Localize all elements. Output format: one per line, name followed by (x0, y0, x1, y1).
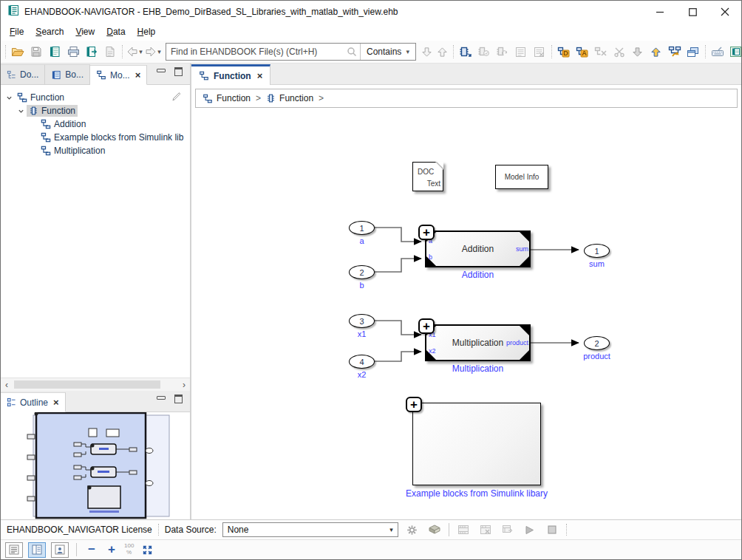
navigate-back-button[interactable]: ▾ (126, 43, 143, 61)
breadcrumb-item-function[interactable]: Function (266, 93, 313, 103)
navigate-forward-button[interactable]: ▾ (144, 43, 162, 61)
doc-text-label: Text (427, 180, 440, 188)
back-dropdown-icon[interactable]: ▾ (139, 48, 143, 55)
select-caret-icon: ▾ (389, 526, 393, 533)
tab-model[interactable]: Mo... × (90, 65, 147, 85)
minimize-button[interactable] (644, 1, 676, 23)
clear-model-button[interactable] (592, 43, 610, 61)
model-sync-button[interactable] (475, 43, 493, 61)
tree-item-example-blocks[interactable]: Example blocks from Simulink lib (1, 131, 190, 144)
model-canvas[interactable]: DOC Text Model Info 1 a 2 b a b sum Addi… (191, 110, 741, 519)
show-annotations-button[interactable]: A (573, 43, 591, 61)
contains-label: Contains (367, 47, 401, 57)
menu-search[interactable]: Search (30, 24, 69, 39)
measurement-clear-button[interactable] (477, 522, 494, 538)
measurement-config-button[interactable] (500, 522, 516, 538)
expand-subsystem-badge[interactable]: + (418, 225, 435, 240)
export-pdf-button[interactable] (101, 43, 119, 61)
breadcrumb-item-function-root[interactable]: Function (202, 93, 251, 103)
tab-function-close-icon[interactable]: × (257, 70, 263, 81)
outport-sum[interactable]: 1 (584, 244, 610, 258)
app-window: EHANDBOOK-NAVIGATOR - EHB_Demo_DirBased_… (0, 0, 742, 560)
breadcrumb-label: Function (217, 93, 251, 103)
inport-3[interactable]: 3 (349, 314, 375, 328)
tree-item-multiplication[interactable]: Multiplication (1, 144, 190, 157)
show-data-button[interactable]: D (555, 43, 573, 61)
go-to-parent-model-button[interactable] (666, 43, 684, 61)
menu-help[interactable]: Help (132, 24, 162, 39)
expand-subsystem-badge[interactable]: + (418, 318, 435, 334)
new-navigator-window-button[interactable] (727, 43, 742, 61)
chevron-down-icon[interactable] (16, 108, 27, 115)
maximize-button[interactable] (676, 1, 709, 23)
measurement-view-button[interactable] (455, 522, 472, 538)
tab-outline-close-icon[interactable]: × (53, 397, 59, 408)
chevron-down-icon[interactable] (4, 95, 15, 101)
tab-function[interactable]: Function × (191, 64, 270, 85)
export-arrow-button[interactable] (647, 43, 665, 61)
panel-minimize-icon[interactable] (157, 69, 166, 72)
inport-1[interactable]: 1 (349, 221, 375, 235)
forward-dropdown-icon[interactable]: ▾ (157, 48, 161, 55)
print-button[interactable] (64, 43, 82, 61)
open-file-button[interactable] (9, 43, 27, 61)
open-in-new-window-button[interactable] (684, 43, 702, 61)
outport-product[interactable]: 2 (584, 336, 610, 350)
find-next-button[interactable] (420, 43, 435, 61)
doc-text-annotation-block[interactable]: DOC Text (412, 162, 443, 191)
addition-subsystem-block[interactable]: a b sum Addition (425, 231, 531, 267)
tab-model-close-icon[interactable]: × (135, 69, 141, 81)
panel-minimize-icon[interactable] (157, 396, 166, 400)
expand-subsystem-badge[interactable]: + (406, 397, 422, 412)
tree-item-function-root[interactable]: Function (1, 91, 190, 104)
main-toolbar: ▾ ▾ Contains▾ D A (1, 41, 741, 64)
import-arrow-button[interactable] (629, 43, 647, 61)
tab-outline[interactable]: Outline × (1, 392, 66, 412)
tree-horizontal-scrollbar[interactable]: ‹ › (1, 378, 190, 391)
scroll-right-icon[interactable]: › (178, 380, 190, 389)
tab-books[interactable]: Bo... (45, 64, 90, 84)
fit-to-view-button[interactable] (139, 542, 155, 558)
inport-4[interactable]: 4 (349, 355, 375, 369)
start-measurement-button[interactable] (522, 522, 538, 538)
close-button[interactable] (709, 1, 741, 23)
menu-view[interactable]: View (69, 24, 101, 39)
tree-item-addition[interactable]: Addition (1, 117, 190, 131)
split-view-button[interactable] (28, 542, 46, 558)
model-info-block[interactable]: Model Info (495, 165, 548, 189)
find-previous-button[interactable] (435, 43, 450, 61)
data-source-settings-button[interactable] (404, 522, 421, 538)
zoom-in-button[interactable]: + (104, 542, 119, 557)
clear-results-list-button[interactable] (531, 43, 548, 61)
tab-documents[interactable]: Do... (1, 64, 45, 84)
contains-dropdown[interactable]: Contains▾ (360, 44, 415, 60)
virtual-keyboard-button[interactable] (709, 43, 726, 61)
export-ehandbook-button[interactable] (83, 43, 101, 61)
panel-maximize-icon[interactable] (174, 67, 183, 76)
inport-2[interactable]: 2 (349, 265, 375, 279)
edit-pencil-icon[interactable] (171, 91, 181, 103)
model-refresh-button[interactable] (494, 43, 511, 61)
presentation-view-button[interactable] (51, 542, 69, 558)
panel-maximize-icon[interactable] (174, 395, 183, 403)
scrollbar-thumb[interactable] (14, 380, 160, 389)
example-blocks-subsystem[interactable] (412, 403, 541, 485)
open-ehandbook-button[interactable] (46, 43, 64, 61)
zoom-level-indicator[interactable]: 100 % (124, 543, 134, 556)
save-button[interactable] (27, 43, 45, 61)
model-icon (96, 70, 106, 80)
tree-item-function[interactable]: Function (1, 104, 190, 117)
content-view-button[interactable] (5, 542, 23, 558)
zoom-out-button[interactable]: − (84, 542, 99, 557)
menu-data[interactable]: Data (101, 24, 131, 39)
scroll-left-icon[interactable]: ‹ (1, 380, 13, 389)
stop-measurement-button[interactable] (544, 522, 560, 538)
pin-model-view-button[interactable] (457, 43, 474, 61)
search-input[interactable] (166, 47, 344, 57)
menu-file[interactable]: File (4, 24, 30, 39)
data-source-layers-icon[interactable] (426, 522, 443, 538)
scissors-button[interactable] (610, 43, 628, 61)
multiplication-subsystem-block[interactable]: x1 x2 product Multiplication (425, 324, 531, 361)
results-list-button[interactable] (512, 43, 530, 61)
data-source-select[interactable]: None ▾ (222, 522, 398, 537)
